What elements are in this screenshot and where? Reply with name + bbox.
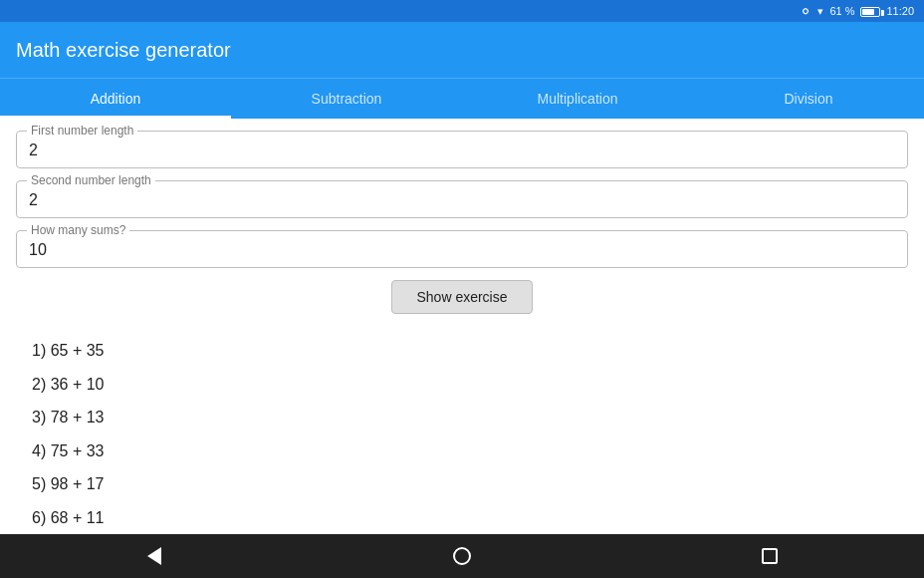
list-item: 2) 36 + 10 <box>32 368 892 402</box>
first-number-input[interactable] <box>29 138 895 159</box>
recents-button[interactable] <box>752 538 788 574</box>
second-number-group: Second number length <box>16 180 908 218</box>
list-item: 5) 98 + 17 <box>32 467 892 501</box>
list-item: 3) 78 + 13 <box>32 401 892 434</box>
how-many-sums-group: How many sums? <box>16 230 908 268</box>
list-item: 1) 65 + 35 <box>32 334 892 368</box>
tab-division[interactable]: Division <box>693 79 924 119</box>
second-number-label: Second number length <box>27 173 155 187</box>
home-button[interactable] <box>444 538 480 574</box>
nav-bar <box>0 534 924 578</box>
show-exercise-row: Show exercise <box>16 280 908 314</box>
wifi-icon: ▾ <box>817 5 823 18</box>
app-title: Math exercise generator <box>16 39 231 62</box>
tab-multiplication[interactable]: Multiplication <box>462 79 693 119</box>
recents-icon <box>762 548 778 564</box>
app-bar: Math exercise generator <box>0 22 924 78</box>
first-number-label: First number length <box>27 124 137 138</box>
first-number-group: First number length <box>16 131 908 168</box>
show-exercise-button[interactable]: Show exercise <box>391 280 532 314</box>
how-many-sums-input[interactable] <box>29 237 895 259</box>
exercise-list: 1) 65 + 352) 36 + 103) 78 + 134) 75 + 33… <box>16 330 908 534</box>
battery-icon <box>860 5 880 17</box>
time: 11:20 <box>886 5 914 17</box>
bluetooth-icon: ⭘ <box>801 5 811 17</box>
second-number-input[interactable] <box>29 187 895 209</box>
list-item: 6) 68 + 11 <box>32 501 892 534</box>
tab-subtraction[interactable]: Subtraction <box>231 79 462 119</box>
battery-percent: 61 % <box>829 5 854 17</box>
main-content: First number length Second number length… <box>0 119 924 534</box>
back-icon <box>147 547 161 565</box>
tab-addition[interactable]: Addition <box>0 79 231 119</box>
tabs-container: Addition Subtraction Multiplication Divi… <box>0 78 924 119</box>
status-bar: ⭘ ▾ 61 % 11:20 <box>0 0 924 22</box>
list-item: 4) 75 + 33 <box>32 434 892 468</box>
how-many-sums-label: How many sums? <box>27 223 129 237</box>
home-icon <box>453 547 471 565</box>
back-button[interactable] <box>136 538 172 574</box>
